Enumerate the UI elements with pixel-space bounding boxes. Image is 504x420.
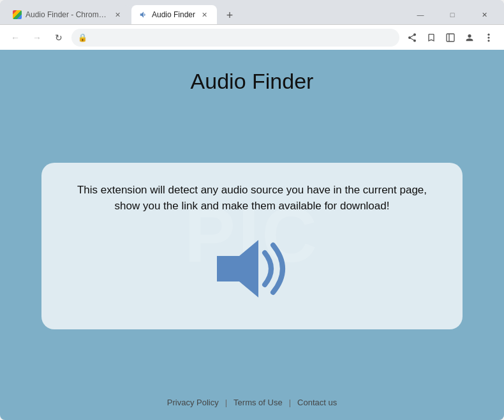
close-button[interactable]: ✕	[470, 5, 499, 24]
chrome-favicon	[13, 10, 22, 19]
terms-of-use-link[interactable]: Terms of Use	[233, 398, 283, 407]
maximize-button[interactable]: □	[438, 5, 467, 24]
tab-1-label: Audio Finder - Chrome Web …	[26, 10, 108, 19]
separator-1: |	[225, 398, 227, 407]
info-card: This extension will detect any audio sou…	[41, 163, 463, 329]
address-bar[interactable]: 🔒	[71, 29, 399, 47]
menu-button[interactable]	[480, 29, 498, 47]
svg-point-2	[487, 33, 489, 35]
tab-chrome-web-store[interactable]: Audio Finder - Chrome Web … ✕	[5, 5, 130, 24]
chrome-window: Audio Finder - Chrome Web … ✕ Audio Find…	[0, 0, 504, 420]
minimize-button[interactable]: —	[406, 5, 435, 24]
svg-point-3	[487, 36, 489, 38]
title-bar: Audio Finder - Chrome Web … ✕ Audio Find…	[0, 0, 504, 24]
new-tab-button[interactable]: +	[221, 6, 239, 24]
audio-icon-container	[211, 234, 293, 304]
svg-rect-0	[447, 34, 454, 41]
tab-1-close-button[interactable]: ✕	[112, 10, 122, 20]
svg-point-4	[487, 40, 489, 41]
footer: Privacy Policy | Terms of Use | Contact …	[167, 398, 337, 407]
bookmark-button[interactable]	[422, 29, 440, 47]
audio-finder-tab-icon	[139, 10, 148, 19]
browser-toolbar: ← → ↻ 🔒	[0, 24, 504, 50]
back-button[interactable]: ←	[6, 29, 24, 47]
tabs-area: Audio Finder - Chrome Web … ✕ Audio Find…	[5, 0, 406, 24]
separator-2: |	[289, 398, 291, 407]
privacy-policy-link[interactable]: Privacy Policy	[167, 398, 219, 407]
contact-us-link[interactable]: Contact us	[297, 398, 337, 407]
toolbar-actions	[403, 29, 498, 47]
page-title: Audio Finder	[191, 69, 314, 94]
forward-button[interactable]: →	[28, 29, 46, 47]
sidebar-button[interactable]	[441, 29, 459, 47]
share-button[interactable]	[403, 29, 421, 47]
tab-audio-finder[interactable]: Audio Finder ✕	[131, 5, 217, 24]
tab-2-label: Audio Finder	[152, 10, 195, 19]
lock-icon: 🔒	[78, 33, 87, 42]
profile-button[interactable]	[461, 29, 478, 47]
page-content: PIC Audio Finder This extension will det…	[0, 50, 504, 420]
window-controls: — □ ✕	[406, 0, 499, 24]
refresh-button[interactable]: ↻	[50, 29, 68, 47]
svg-marker-5	[217, 240, 258, 297]
card-description: This extension will detect any audio sou…	[67, 182, 437, 214]
tab-2-close-button[interactable]: ✕	[199, 10, 209, 20]
audio-icon	[211, 234, 293, 304]
